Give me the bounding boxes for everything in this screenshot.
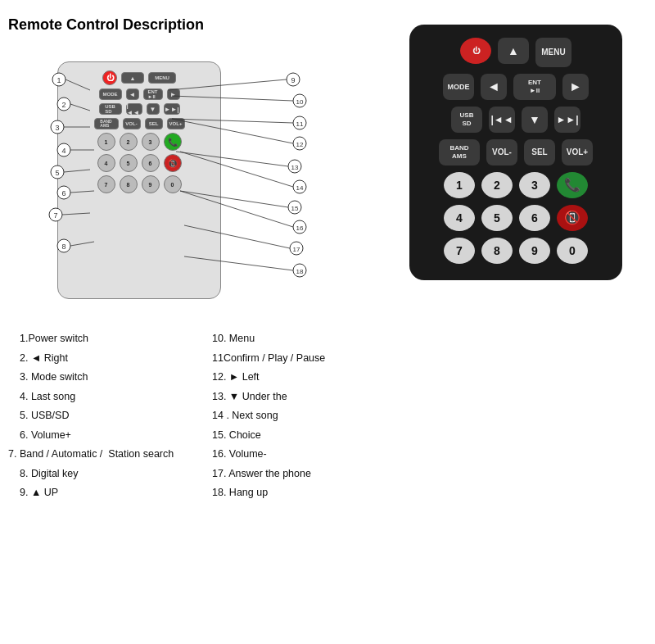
real-volm-btn[interactable]: VOL- bbox=[486, 139, 517, 166]
real-9-btn[interactable]: 9 bbox=[519, 238, 550, 264]
real-mode-btn[interactable]: MODE bbox=[443, 74, 474, 100]
desc-item-13: 13. ▼ Under the bbox=[201, 390, 393, 405]
svg-point-27 bbox=[293, 94, 306, 107]
diag-9[interactable]: 9 bbox=[142, 175, 160, 193]
real-usbsd-btn[interactable]: USBSD bbox=[451, 107, 482, 133]
diag-next[interactable]: ►►| bbox=[164, 103, 180, 115]
real-next-btn[interactable]: ►►| bbox=[554, 107, 580, 133]
desc-item-16: 16. Volume- bbox=[201, 447, 393, 462]
desc-col-right: 10. Menu 11Confirm / Play / Pause 12. ► … bbox=[201, 332, 393, 501]
real-4-btn[interactable]: 4 bbox=[444, 205, 475, 231]
diag-6[interactable]: 6 bbox=[142, 154, 160, 172]
diag-menu[interactable]: MENU bbox=[148, 72, 176, 84]
desc-item-11: 11Confirm / Play / Pause bbox=[201, 351, 393, 366]
real-down-btn[interactable]: ▼ bbox=[522, 107, 548, 133]
real-end-btn[interactable]: 📵 bbox=[557, 205, 588, 231]
real-sel-btn[interactable]: SEL bbox=[524, 139, 555, 166]
svg-point-51 bbox=[293, 264, 306, 277]
real-row-2: MODE ◄ ENT►II ► bbox=[421, 74, 611, 100]
real-6-btn[interactable]: 6 bbox=[519, 205, 550, 231]
real-volp-btn[interactable]: VOL+ bbox=[562, 139, 593, 166]
svg-point-30 bbox=[293, 116, 306, 129]
real-7-btn[interactable]: 7 bbox=[444, 238, 475, 264]
diag-volm[interactable]: VOL- bbox=[123, 118, 141, 129]
desc-item-14: 14 . Next song bbox=[201, 409, 393, 424]
real-3-btn[interactable]: 3 bbox=[519, 172, 550, 198]
desc-item-15: 15. Choice bbox=[201, 429, 393, 443]
diag-5[interactable]: 5 bbox=[120, 154, 138, 172]
svg-text:10: 10 bbox=[296, 98, 304, 106]
svg-point-42 bbox=[288, 201, 301, 214]
diag-8[interactable]: 8 bbox=[120, 175, 138, 193]
desc-item-3: 3. Mode switch bbox=[8, 370, 201, 385]
diag-hang[interactable]: 📵 bbox=[164, 154, 182, 172]
real-2-btn[interactable]: 2 bbox=[481, 172, 513, 198]
real-band-btn[interactable]: BANDAMS bbox=[439, 139, 480, 166]
real-8-btn[interactable]: 8 bbox=[481, 238, 513, 264]
real-right-btn[interactable]: ► bbox=[562, 74, 589, 100]
real-prev-btn[interactable]: |◄◄ bbox=[489, 107, 515, 133]
diag-up[interactable]: ▲ bbox=[121, 72, 144, 84]
real-ent-btn[interactable]: ENT►II bbox=[513, 74, 556, 100]
svg-text:14: 14 bbox=[296, 184, 304, 192]
diag-ent[interactable]: ENT►II bbox=[143, 88, 163, 100]
diag-1[interactable]: 1 bbox=[97, 133, 115, 151]
real-up-btn[interactable]: ▲ bbox=[498, 38, 529, 64]
desc-item-2: 2. ◄ Right bbox=[8, 351, 201, 366]
diagram-area: ⏻ ▲ MENU MODE ◄ ENT►II ► USBSD |◄◄ ▼ ►►| bbox=[8, 45, 352, 324]
real-row-3: USBSD |◄◄ ▼ ►►| bbox=[421, 107, 611, 133]
svg-text:11: 11 bbox=[296, 120, 304, 128]
desc-item-10: 10. Menu bbox=[201, 332, 393, 347]
real-row-4: BANDAMS VOL- SEL VOL+ bbox=[421, 139, 611, 166]
real-1-btn[interactable]: 1 bbox=[444, 172, 475, 198]
diag-power[interactable]: ⏻ bbox=[102, 70, 117, 85]
desc-item-7: 7. Band / Automatic / Station search bbox=[8, 447, 201, 462]
diag-prev[interactable]: |◄◄ bbox=[126, 103, 142, 115]
diag-band[interactable]: BANDAMS bbox=[94, 118, 119, 129]
diag-left-arrow[interactable]: ◄ bbox=[126, 88, 139, 100]
diag-call[interactable]: 📞 bbox=[164, 133, 182, 151]
svg-point-48 bbox=[290, 242, 303, 255]
real-0-btn[interactable]: 0 bbox=[557, 238, 588, 264]
main-container: Remote Control Description ⏻ ▲ MENU MODE… bbox=[0, 0, 655, 509]
svg-text:17: 17 bbox=[293, 246, 300, 253]
page-title: Remote Control Description bbox=[8, 16, 393, 34]
diag-7[interactable]: 7 bbox=[97, 175, 115, 193]
desc-item-12: 12. ► Left bbox=[201, 370, 393, 385]
desc-item-18: 18. Hang up bbox=[201, 486, 393, 501]
svg-text:13: 13 bbox=[291, 164, 299, 171]
real-menu-btn[interactable]: MENU bbox=[535, 38, 571, 67]
desc-item-8: 8. Digital key bbox=[8, 467, 201, 482]
desc-col-left: 1.Power switch 2. ◄ Right 3. Mode switch… bbox=[8, 332, 201, 501]
real-row-5: 1 2 3 📞 bbox=[421, 172, 611, 198]
left-panel: Remote Control Description ⏻ ▲ MENU MODE… bbox=[8, 16, 393, 501]
real-call-btn[interactable]: 📞 bbox=[557, 172, 588, 198]
svg-text:9: 9 bbox=[291, 76, 295, 84]
desc-item-17: 17. Answer the phone bbox=[201, 467, 393, 482]
desc-item-5: 5. USB/SD bbox=[8, 409, 201, 424]
diag-4[interactable]: 4 bbox=[97, 154, 115, 172]
desc-item-6: 6. Volume+ bbox=[8, 429, 201, 443]
svg-point-45 bbox=[293, 220, 306, 234]
real-left-btn[interactable]: ◄ bbox=[481, 74, 507, 100]
svg-point-24 bbox=[287, 73, 300, 86]
diag-0[interactable]: 0 bbox=[164, 175, 182, 193]
desc-item-4: 4. Last song bbox=[8, 390, 201, 405]
real-power-btn[interactable]: ⏻ bbox=[460, 38, 491, 64]
diag-volp[interactable]: VOL+ bbox=[167, 118, 185, 129]
real-5-btn[interactable]: 5 bbox=[481, 205, 513, 231]
desc-item-9: 9. ▲ UP bbox=[8, 486, 201, 501]
diag-right-arrow[interactable]: ► bbox=[167, 88, 180, 100]
diag-sel[interactable]: SEL bbox=[145, 118, 163, 129]
svg-point-33 bbox=[293, 137, 306, 150]
real-row-6: 4 5 6 📵 bbox=[421, 205, 611, 231]
diag-2[interactable]: 2 bbox=[120, 133, 138, 151]
diag-usbsd[interactable]: USBSD bbox=[99, 103, 122, 115]
diag-down[interactable]: ▼ bbox=[147, 103, 160, 115]
diag-3[interactable]: 3 bbox=[142, 133, 160, 151]
svg-text:18: 18 bbox=[296, 268, 304, 275]
diag-mode[interactable]: MODE bbox=[99, 88, 122, 100]
real-row-7: 7 8 9 0 bbox=[421, 238, 611, 264]
svg-text:16: 16 bbox=[296, 224, 304, 232]
remote-real: ⏻ ▲ MENU MODE ◄ ENT►II ► USBSD |◄◄ ▼ ►►|… bbox=[409, 25, 622, 280]
